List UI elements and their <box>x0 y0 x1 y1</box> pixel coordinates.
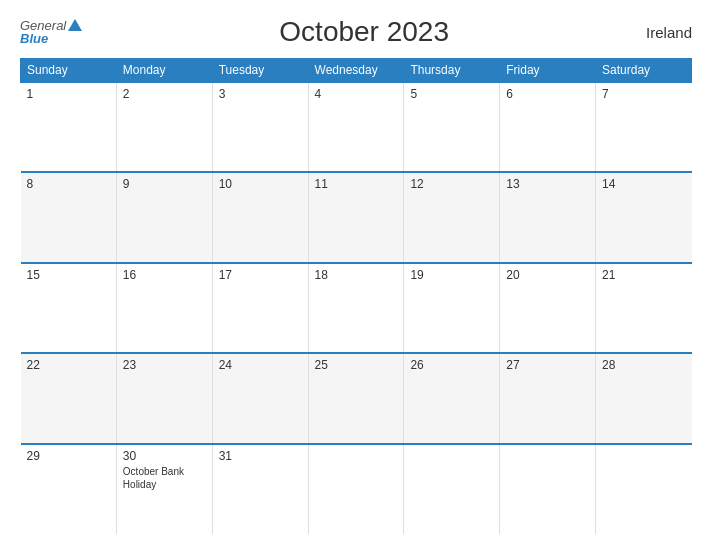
day-cell-empty <box>596 444 692 534</box>
day-cell-6: 6 <box>500 82 596 172</box>
day-cell-23: 23 <box>116 353 212 443</box>
day-cell-31: 31 <box>212 444 308 534</box>
day-cell-26: 26 <box>404 353 500 443</box>
day-number: 21 <box>602 268 685 282</box>
day-number: 26 <box>410 358 493 372</box>
day-number: 18 <box>315 268 398 282</box>
day-cell-14: 14 <box>596 172 692 262</box>
day-number: 16 <box>123 268 206 282</box>
day-cell-15: 15 <box>21 263 117 353</box>
logo-blue-text: Blue <box>20 32 48 45</box>
day-number: 20 <box>506 268 589 282</box>
header-wednesday: Wednesday <box>308 59 404 83</box>
week-row-1: 1234567 <box>21 82 692 172</box>
day-number: 15 <box>27 268 110 282</box>
day-number: 30 <box>123 449 206 463</box>
day-cell-empty <box>404 444 500 534</box>
header-saturday: Saturday <box>596 59 692 83</box>
week-row-5: 2930October Bank Holiday31 <box>21 444 692 534</box>
day-cell-20: 20 <box>500 263 596 353</box>
day-number: 1 <box>27 87 110 101</box>
day-number: 5 <box>410 87 493 101</box>
day-number: 8 <box>27 177 110 191</box>
day-number: 24 <box>219 358 302 372</box>
day-cell-empty <box>308 444 404 534</box>
day-cell-3: 3 <box>212 82 308 172</box>
day-number: 23 <box>123 358 206 372</box>
day-cell-24: 24 <box>212 353 308 443</box>
day-cell-9: 9 <box>116 172 212 262</box>
day-number: 22 <box>27 358 110 372</box>
week-row-3: 15161718192021 <box>21 263 692 353</box>
day-cell-13: 13 <box>500 172 596 262</box>
day-number: 4 <box>315 87 398 101</box>
day-cell-empty <box>500 444 596 534</box>
day-cell-22: 22 <box>21 353 117 443</box>
day-cell-10: 10 <box>212 172 308 262</box>
day-cell-28: 28 <box>596 353 692 443</box>
day-cell-5: 5 <box>404 82 500 172</box>
day-cell-16: 16 <box>116 263 212 353</box>
day-number: 7 <box>602 87 685 101</box>
day-cell-19: 19 <box>404 263 500 353</box>
day-number: 29 <box>27 449 110 463</box>
day-cell-7: 7 <box>596 82 692 172</box>
day-number: 14 <box>602 177 685 191</box>
day-number: 31 <box>219 449 302 463</box>
day-number: 19 <box>410 268 493 282</box>
day-cell-12: 12 <box>404 172 500 262</box>
week-row-2: 891011121314 <box>21 172 692 262</box>
calendar-title: October 2023 <box>279 16 449 48</box>
day-number: 12 <box>410 177 493 191</box>
logo: General Blue <box>20 19 82 45</box>
day-number: 6 <box>506 87 589 101</box>
header: General Blue October 2023 Ireland <box>20 16 692 48</box>
day-number: 17 <box>219 268 302 282</box>
country-label: Ireland <box>646 24 692 41</box>
week-row-4: 22232425262728 <box>21 353 692 443</box>
day-number: 11 <box>315 177 398 191</box>
day-number: 3 <box>219 87 302 101</box>
day-cell-8: 8 <box>21 172 117 262</box>
logo-triangle-icon <box>68 19 82 31</box>
header-sunday: Sunday <box>21 59 117 83</box>
day-number: 28 <box>602 358 685 372</box>
day-number: 27 <box>506 358 589 372</box>
day-number: 9 <box>123 177 206 191</box>
day-cell-27: 27 <box>500 353 596 443</box>
day-number: 25 <box>315 358 398 372</box>
day-cell-25: 25 <box>308 353 404 443</box>
day-cell-11: 11 <box>308 172 404 262</box>
event-text: October Bank Holiday <box>123 465 206 491</box>
header-friday: Friday <box>500 59 596 83</box>
calendar-table: Sunday Monday Tuesday Wednesday Thursday… <box>20 58 692 534</box>
page: General Blue October 2023 Ireland Sunday… <box>0 0 712 550</box>
day-number: 10 <box>219 177 302 191</box>
day-cell-4: 4 <box>308 82 404 172</box>
day-cell-1: 1 <box>21 82 117 172</box>
day-cell-21: 21 <box>596 263 692 353</box>
day-cell-29: 29 <box>21 444 117 534</box>
weekday-header-row: Sunday Monday Tuesday Wednesday Thursday… <box>21 59 692 83</box>
day-number: 13 <box>506 177 589 191</box>
day-cell-18: 18 <box>308 263 404 353</box>
day-cell-2: 2 <box>116 82 212 172</box>
header-tuesday: Tuesday <box>212 59 308 83</box>
header-thursday: Thursday <box>404 59 500 83</box>
header-monday: Monday <box>116 59 212 83</box>
day-number: 2 <box>123 87 206 101</box>
day-cell-17: 17 <box>212 263 308 353</box>
day-cell-30: 30October Bank Holiday <box>116 444 212 534</box>
